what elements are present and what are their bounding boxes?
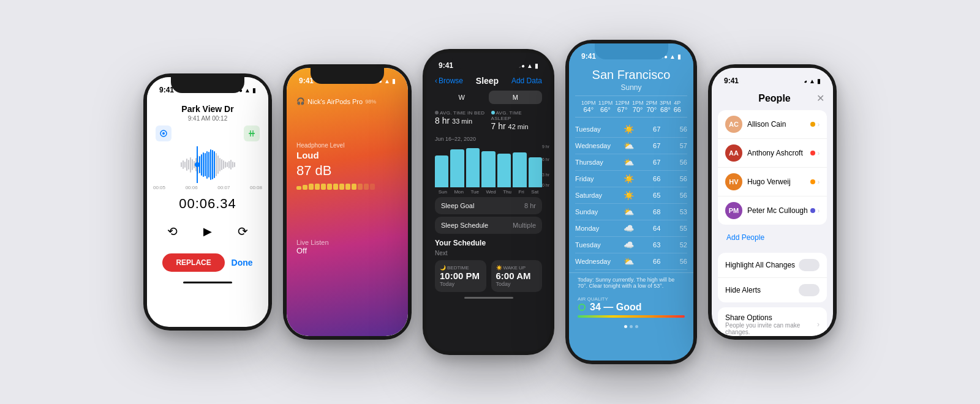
vm-trim-icon[interactable] [244,125,260,141]
chart-bar-thu [497,154,511,187]
vm-rewind-btn[interactable]: ⟲ [167,224,178,239]
avatar-allison: AC [725,116,742,133]
status-time-3: 9:41 [439,61,453,70]
weather-hourly: 10PM64° 11PM66° 12PM67° 1PM70° 2PM70° 3P… [575,95,687,118]
people-list: AC Allison Cain › AA Anthony Ashcroft [718,110,827,225]
weather-day-tue2: Tuesday☁️6352 [575,237,687,253]
sleep-tabs: W M [435,91,542,104]
vm-subtitle: 9:41 AM 00:12 [147,114,268,125]
airpods-icon: 🎧 [296,97,305,105]
airpods-content: 🎧 Nick's AirPods Pro 98% Headphone Level… [287,68,408,265]
your-schedule-title: Your Schedule [435,239,542,247]
vm-replace-button[interactable]: REPLACE [162,253,224,272]
highlight-toggle[interactable] [799,259,820,271]
wifi-icon: ▲ [244,87,251,94]
chart-bar-sat [529,157,542,187]
airpods-level-bars [296,184,398,190]
sleep-stat1-val: 8 hr 33 min [435,116,486,125]
highlight-changes-label: Highlight All Changes [725,261,795,269]
notch-5 [736,68,809,84]
people-options-section: Highlight All Changes Hide Alerts [718,253,827,302]
home-indicator-3 [464,297,513,299]
sleep-wakeup-val: 6:00 AM [496,271,538,281]
battery-icon-3: ▮ [535,62,538,69]
vm-done-button[interactable]: Done [232,258,253,267]
vm-siri-icon[interactable] [156,125,172,141]
weather-hour-2: 12PM67° [615,100,630,113]
sleep-back-btn[interactable]: ‹ Browse [435,77,463,85]
weather-condition: Sunny [569,83,693,92]
add-people-btn[interactable]: Add People [718,231,827,248]
people-close-btn[interactable]: ✕ [816,92,824,104]
vm-forward-btn[interactable]: ⟳ [238,224,248,239]
hide-alerts-option[interactable]: Hide Alerts [718,278,827,302]
avatar-hugo: HV [725,173,742,190]
sleep-stats: AVG. TIME IN BED 8 hr 33 min AVG. TIME A… [435,110,542,131]
wifi-icon-4: ▲ [669,53,676,60]
people-name-peter: Peter Mc Cullough [747,206,808,215]
sleep-tab-w[interactable]: W [435,91,489,104]
people-item-allison[interactable]: AC Allison Cain › [718,110,827,139]
people-name-anthony: Anthony Ashcroft [747,149,803,157]
weather-hour-3: 1PM70° [632,100,644,113]
airpods-battery: 98% [365,99,376,105]
chevron-allison: › [818,121,820,128]
chevron-hugo: › [818,179,820,185]
notch-1 [171,77,244,93]
battery-icon-4: ▮ [677,53,681,60]
weather-day-wed2: Wednesday⛅6656 [575,253,687,270]
weather-day-sun: Sunday⛅6853 [575,204,687,220]
share-options-text: Share Options [725,313,817,322]
wifi-icon-2: ▲ [384,78,390,84]
avatar-peter: PM [725,202,742,219]
sleep-wakeup-sub: Today [496,281,538,287]
vm-title: Park View Dr [147,103,268,114]
sleep-times: 🌙 BEDTIME 10:00 PM Today ☀️ WAKE UP 6:00… [435,260,542,292]
vm-waveform [153,146,262,183]
sleep-header: ‹ Browse Sleep Add Data [426,75,551,91]
people-item-anthony[interactable]: AA Anthony Ashcroft › [718,139,827,168]
weather-hour-5: 3PM68° [660,100,671,113]
phone-voice-memo: 9:41 ●●● ▲ ▮ Park View Dr 9:41 AM 00:12 [143,73,272,331]
share-options-sub: People you invite can make changes. [725,322,817,335]
sleep-bedtime-block: 🌙 BEDTIME 10:00 PM Today [435,260,486,292]
sleep-add-btn[interactable]: Add Data [511,77,542,85]
weather-hour-6: 4P66 [674,100,681,113]
people-dot-anthony [810,151,815,155]
airpods-level-title: Loud [296,150,398,160]
chart-bar-wed [481,151,495,188]
vm-playhead [197,146,198,183]
airpods-device-name: 🎧 Nick's AirPods Pro 98% [296,97,398,105]
weather-daily: Tuesday☀️6756 Wednesday⛅6757 Thursday⛅67… [575,121,687,270]
sleep-tab-m[interactable]: M [489,91,543,104]
vm-play-btn[interactable]: ▶ [194,218,221,245]
weather-hour-1: 11PM66° [598,100,613,113]
sleep-chart: 9 hr 6 hr 3 hr 0 hr [435,144,542,187]
svg-rect-2 [249,133,255,134]
battery-icon: ▮ [252,87,256,94]
sleep-wakeup-block: ☀️ WAKE UP 6:00 AM Today [491,260,543,292]
dot-1 [624,325,627,328]
share-options-row[interactable]: Share Options People you invite can make… [718,307,827,336]
weather-description: Today: Sunny currently. The high will be… [569,272,693,293]
notch-4 [595,43,668,59]
chart-bar-fri [513,152,526,187]
svg-point-5 [579,304,585,310]
highlight-changes-option[interactable]: Highlight All Changes [718,253,827,278]
chart-bar-sun [435,155,448,188]
hide-alerts-toggle[interactable] [799,284,820,296]
weather-city: San Francisco [569,65,693,83]
sleep-bedtime-sub: Today [440,281,481,287]
sleep-schedule-row: Sleep Schedule Multiple [435,217,542,234]
aqi-icon [578,303,586,312]
people-item-hugo[interactable]: HV Hugo Verweij › [718,168,827,196]
weather-day-sat: Saturday☀️6556 [575,187,687,204]
wifi-icon-3: ▲ [527,62,533,69]
phone-weather: 9:41 ●●● ▲ ▮ San Francisco Sunny 10PM64°… [565,40,697,364]
status-time-4: 9:41 [581,52,596,61]
chevron-anthony: › [818,150,820,157]
weather-aqi-val: 34 — Good [590,302,641,313]
weather-day-mon: Monday☁️6455 [575,220,687,237]
weather-aqi-label: AIR QUALITY [578,296,685,302]
people-item-peter[interactable]: PM Peter Mc Cullough › [718,196,827,225]
